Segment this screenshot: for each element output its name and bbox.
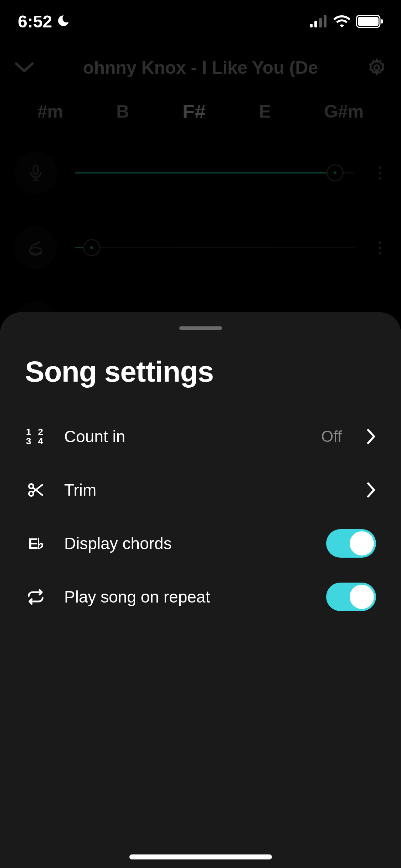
cellular-icon xyxy=(310,15,328,27)
chord-symbol-icon: E♭ xyxy=(25,535,46,552)
status-time-area: 6:52 xyxy=(18,12,71,31)
track-row xyxy=(14,226,387,269)
chord-item-active: F# xyxy=(182,100,206,123)
status-indicators xyxy=(310,15,383,28)
display-chords-toggle[interactable] xyxy=(326,529,376,558)
do-not-disturb-icon xyxy=(56,14,71,29)
svg-rect-6 xyxy=(381,19,383,24)
gear-icon xyxy=(367,58,387,78)
svg-rect-2 xyxy=(319,18,322,27)
track-slider xyxy=(75,247,355,248)
svg-rect-5 xyxy=(358,17,379,26)
svg-rect-3 xyxy=(324,15,327,27)
count-in-label: Count in xyxy=(64,427,303,446)
display-chords-label: Display chords xyxy=(64,534,308,553)
player-header: ohnny Knox - I Like You (De xyxy=(0,43,401,93)
chord-item: B xyxy=(116,101,129,122)
chord-item: G#m xyxy=(324,101,364,122)
track-row xyxy=(14,151,387,194)
repeat-label: Play song on repeat xyxy=(64,587,308,606)
status-bar: 6:52 xyxy=(0,0,401,43)
svg-rect-1 xyxy=(314,21,317,27)
count-in-row[interactable]: 1 23 4 Count in Off xyxy=(25,410,376,463)
chord-item: E xyxy=(259,101,271,122)
sheet-grabber[interactable] xyxy=(179,326,222,330)
svg-point-9 xyxy=(30,248,41,254)
repeat-row: Play song on repeat xyxy=(25,570,376,624)
display-chords-row: E♭ Display chords xyxy=(25,517,376,570)
repeat-toggle[interactable] xyxy=(326,583,376,611)
collapse-icon xyxy=(14,62,34,73)
trim-row[interactable]: Trim xyxy=(25,463,376,517)
svg-point-7 xyxy=(374,65,379,70)
song-settings-sheet: Song settings 1 23 4 Count in Off Trim E… xyxy=(0,312,401,868)
wifi-icon xyxy=(333,15,350,27)
track-more-icon xyxy=(372,166,387,180)
battery-icon xyxy=(356,15,383,28)
sheet-title: Song settings xyxy=(25,355,376,388)
trim-label: Trim xyxy=(64,480,349,500)
svg-rect-8 xyxy=(34,165,38,174)
chord-item: #m xyxy=(37,101,63,122)
chord-list: #m B F# E G#m xyxy=(0,93,401,144)
track-more-icon xyxy=(372,241,387,254)
status-time: 6:52 xyxy=(18,12,52,31)
song-title: ohnny Knox - I Like You (De xyxy=(45,57,356,78)
drums-icon xyxy=(14,226,57,269)
chevron-right-icon xyxy=(367,429,376,444)
scissors-icon xyxy=(25,481,46,499)
mic-icon xyxy=(14,151,57,194)
svg-rect-0 xyxy=(310,24,313,27)
count-in-icon: 1 23 4 xyxy=(25,427,46,446)
track-slider xyxy=(75,172,355,174)
repeat-icon xyxy=(25,588,46,606)
count-in-value: Off xyxy=(321,428,342,445)
home-indicator[interactable] xyxy=(129,854,272,859)
chevron-right-icon xyxy=(367,482,376,498)
